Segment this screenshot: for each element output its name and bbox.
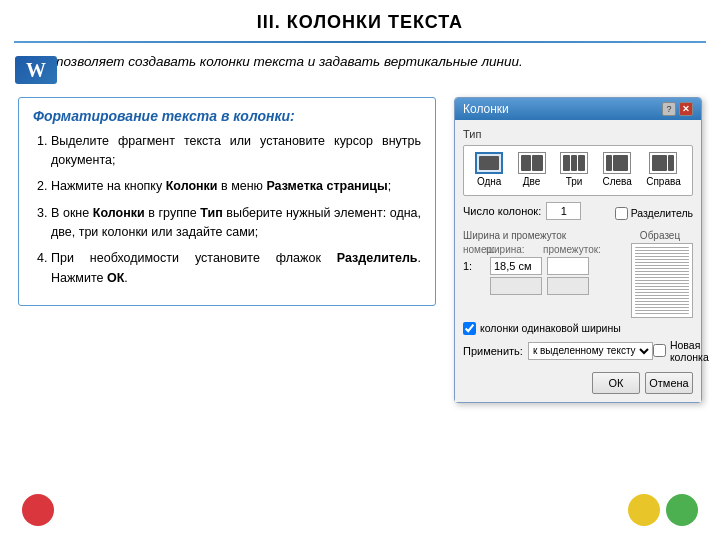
page-title: III. КОЛОНКИ ТЕКСТА (0, 0, 720, 41)
width-col-gap-header: промежуток: (543, 244, 601, 255)
intro-text-rest: позволяет создавать колонки текста и зад… (52, 54, 523, 69)
new-col-checkbox[interactable] (653, 344, 666, 357)
equal-cols-checkbox[interactable] (463, 322, 476, 335)
width-row-2-input (490, 277, 542, 295)
equal-cols-row: колонки одинаковой ширины (463, 322, 693, 335)
step-3-before: В окне (51, 206, 93, 220)
col-type-two-label: Две (523, 176, 541, 187)
apply-select[interactable]: к выделенному тексту (528, 342, 653, 360)
razdelitel-checkbox[interactable] (615, 207, 628, 220)
sample-area (631, 243, 693, 318)
nav-circle-green[interactable] (666, 494, 698, 526)
step-2-mid: в меню (218, 179, 267, 193)
columns-dialog: Колонки ? ✕ Тип (454, 97, 702, 403)
col-type-row: Одна Две (470, 152, 686, 187)
step-3-bold1: Колонки (93, 206, 145, 220)
width-col-width-header: ширина: (486, 244, 540, 255)
dialog-title: Колонки (463, 102, 509, 116)
word-logo-box: W (15, 56, 57, 84)
dialog-titlebar: Колонки ? ✕ (455, 98, 701, 120)
format-box: Форматирование текста в колонки: Выделит… (18, 97, 436, 307)
sample-col-1 (635, 247, 689, 314)
width-sample-row: Ширина и промежуток номер: ширина: проме… (463, 230, 693, 318)
step-4-bold2: ОК (107, 271, 124, 285)
step-1: Выделите фрагмент текста или установите … (51, 132, 421, 171)
dialog-body: Тип Одна (455, 120, 701, 402)
dialog-controls: ? ✕ (662, 102, 693, 116)
intro-paragraph: Word позволяет создавать колонки текста … (0, 43, 720, 91)
main-content: Форматирование текста в колонки: Выделит… (0, 97, 720, 403)
razdelitel-label: Разделитель (631, 207, 693, 219)
nav-right-circles (628, 494, 698, 526)
format-title: Форматирование текста в колонки: (33, 108, 421, 124)
col-type-two[interactable]: Две (518, 152, 546, 187)
razdelitel-row: Разделитель (615, 207, 693, 220)
equal-cols-label: колонки одинаковой ширины (480, 322, 621, 334)
width-row-1: 1: (463, 257, 621, 275)
apply-label: Применить: (463, 345, 523, 357)
col-type-right[interactable]: Справа (646, 152, 681, 187)
width-section: Ширина и промежуток номер: ширина: проме… (463, 230, 621, 318)
width-header-row: номер: ширина: промежуток: (463, 244, 621, 255)
col-type-border: Одна Две (463, 145, 693, 196)
col-type-one[interactable]: Одна (475, 152, 503, 187)
col-type-two-icon (518, 152, 546, 174)
width-col-num-header: номер: (463, 244, 483, 255)
ok-button[interactable]: ОК (592, 372, 640, 394)
step-1-text: Выделите фрагмент текста или установите … (51, 134, 421, 167)
nav-circle-yellow[interactable] (628, 494, 660, 526)
num-cols-row: Число колонок: (463, 202, 581, 220)
width-row-1-num: 1: (463, 260, 485, 272)
left-section: Форматирование текста в колонки: Выделит… (18, 97, 436, 403)
step-2-bold1: Колонки (166, 179, 218, 193)
dialog-footer: ОК Отмена (463, 367, 693, 394)
cancel-button[interactable]: Отмена (645, 372, 693, 394)
step-2: Нажмите на кнопку Колонки в меню Разметк… (51, 177, 421, 196)
width-section-label: Ширина и промежуток (463, 230, 621, 241)
new-col-label: Новая колонка (670, 339, 709, 363)
col-type-left-label: Слева (602, 176, 631, 187)
col-type-one-label: Одна (477, 176, 501, 187)
obrazets-label: Образец (627, 230, 693, 241)
new-col-row: Новая колонка (653, 339, 709, 363)
num-cols-input[interactable] (546, 202, 581, 220)
step-2-before: Нажмите на кнопку (51, 179, 166, 193)
gap-row-2-input (547, 277, 589, 295)
dialog-close-button[interactable]: ✕ (679, 102, 693, 116)
col-type-one-icon (475, 152, 503, 174)
step-3-bold2: Тип (200, 206, 222, 220)
step-4-bold1: Разделитель (337, 251, 418, 265)
type-section-label: Тип (463, 128, 693, 140)
col-type-three-label: Три (566, 176, 583, 187)
nav-circle-red[interactable] (22, 494, 54, 526)
word-logo: W (12, 55, 60, 85)
col-type-three-icon (560, 152, 588, 174)
width-row-1-input[interactable] (490, 257, 542, 275)
dialog-section: Колонки ? ✕ Тип (454, 97, 702, 403)
bottom-nav (0, 494, 720, 526)
col-type-right-icon (649, 152, 677, 174)
width-row-2 (463, 277, 621, 295)
step-3-mid: в группе (145, 206, 201, 220)
gap-row-1-input[interactable] (547, 257, 589, 275)
apply-row: Применить: к выделенному тексту (463, 342, 653, 360)
num-cols-label: Число колонок: (463, 205, 541, 217)
step-2-bold2: Разметка страницы (266, 179, 387, 193)
step-3: В окне Колонки в группе Тип выберите нуж… (51, 204, 421, 243)
step-4-end: . (124, 271, 127, 285)
col-type-right-label: Справа (646, 176, 681, 187)
intro-text: Word позволяет создавать колонки текста … (18, 51, 702, 73)
col-type-three[interactable]: Три (560, 152, 588, 187)
col-type-left-icon (603, 152, 631, 174)
steps-list: Выделите фрагмент текста или установите … (33, 132, 421, 289)
sample-wrapper: Образец (627, 230, 693, 318)
dialog-help-button[interactable]: ? (662, 102, 676, 116)
step-4: При необходимости установите флажок Разд… (51, 249, 421, 288)
apply-newcol-row: Применить: к выделенному тексту Новая ко… (463, 339, 693, 363)
col-type-left[interactable]: Слева (602, 152, 631, 187)
step-4-before: При необходимости установите флажок (51, 251, 337, 265)
step-2-end: ; (388, 179, 391, 193)
